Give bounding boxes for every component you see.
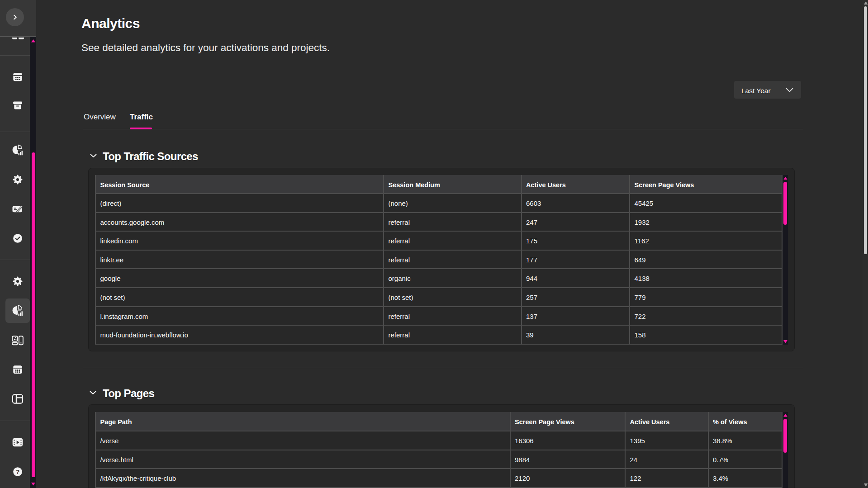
- svg-text:?: ?: [16, 469, 19, 475]
